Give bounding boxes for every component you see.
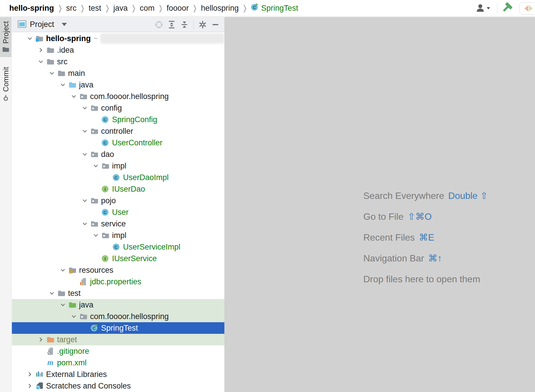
tree-row-test[interactable]: test <box>12 287 224 299</box>
chevron-right-icon[interactable] <box>36 334 45 345</box>
package-folder-icon <box>89 149 99 160</box>
chevron-down-icon[interactable] <box>58 79 67 91</box>
topbar-actions <box>476 0 535 17</box>
tree-item-label: dao <box>101 150 114 159</box>
tree-item-label: SpringConfig <box>112 115 157 124</box>
tree-row-external-libraries[interactable]: External Libraries <box>12 369 224 380</box>
tree-row-springconfig[interactable]: CSpringConfig <box>12 114 224 125</box>
tree-row-controller[interactable]: controller <box>12 125 224 137</box>
chevron-down-icon[interactable] <box>80 125 89 137</box>
interface-icon: I <box>100 253 110 264</box>
interface-icon: I <box>100 183 110 195</box>
collapse-all-icon[interactable] <box>179 20 189 30</box>
breadcrumb-label: SpringTest <box>261 4 298 13</box>
chevron-spacer <box>91 114 100 125</box>
tree-row-userdaoimpl[interactable]: CUserDaoImpl <box>12 172 224 183</box>
tree-row-src[interactable]: src <box>12 56 224 67</box>
hint-search-everywhere: Search Everywhere Double ⇧ <box>363 185 488 206</box>
tree-row-com-foooor-hellospring[interactable]: com.foooor.hellospring <box>12 311 224 322</box>
tree-item-label: UserDaoImpl <box>123 173 169 182</box>
tree-row-jdbc-properties[interactable]: jdbc.properties <box>12 276 224 287</box>
tree-row-springtest[interactable]: CSpringTest <box>12 322 224 334</box>
locate-icon[interactable] <box>154 20 164 30</box>
user-icon <box>476 3 485 13</box>
tree-row-impl[interactable]: impl <box>12 160 224 172</box>
tree-item-label: pojo <box>101 196 116 205</box>
tree-row-pojo[interactable]: pojo <box>12 195 224 206</box>
properties-file-icon <box>78 276 88 287</box>
tree-row-pom-xml[interactable]: mpom.xml <box>12 357 224 369</box>
tree-row-target[interactable]: target <box>12 334 224 345</box>
tree-row-impl[interactable]: impl <box>12 230 224 241</box>
chevron-down-icon[interactable] <box>62 23 67 26</box>
settings-gear-icon[interactable] <box>198 20 208 30</box>
editor-shortcut-hints: Search Everywhere Double ⇧ Go to File ⇧⌘… <box>363 185 488 290</box>
chevron-down-icon[interactable] <box>80 218 89 230</box>
folder-gray-icon <box>56 67 66 79</box>
tree-row-config[interactable]: config <box>12 102 224 114</box>
tree-item-label: IUserService <box>112 254 157 263</box>
ignored-file-icon <box>45 345 55 357</box>
tree-row-main[interactable]: main <box>12 67 224 79</box>
chevron-right-icon[interactable] <box>25 369 34 380</box>
tree-item-label: UserServiceImpl <box>123 243 180 252</box>
tab-project[interactable]: Project <box>0 17 12 57</box>
chevron-down-icon[interactable] <box>69 91 78 102</box>
chevron-down-icon[interactable] <box>91 160 100 172</box>
tree-row-userserviceimpl[interactable]: CUserServiceImpl <box>12 241 224 253</box>
class-icon: C <box>100 137 110 149</box>
tree-row-hello-spring[interactable]: hello-spring~ <box>12 33 224 44</box>
svg-text:m: m <box>47 359 53 367</box>
project-panel-header: Project <box>12 17 224 32</box>
chevron-right-icon[interactable] <box>36 44 45 56</box>
chevron-down-icon[interactable] <box>80 102 89 114</box>
chevron-down-icon[interactable] <box>25 33 34 44</box>
tree-row--idea[interactable]: .idea <box>12 44 224 56</box>
tree-row--gitignore[interactable]: .gitignore <box>12 345 224 357</box>
tree-item-label: IUserDao <box>112 185 145 194</box>
chevron-spacer <box>36 345 45 357</box>
breadcrumb-item-hello-spring[interactable]: hello-spring <box>8 4 56 13</box>
tree-row-service[interactable]: service <box>12 218 224 230</box>
chevron-down-icon[interactable] <box>80 195 89 206</box>
chevron-down-icon[interactable] <box>47 287 56 299</box>
tree-row-com-foooor-hellospring[interactable]: com.foooor.hellospring <box>12 91 224 102</box>
breadcrumb-item-com[interactable]: com <box>138 4 156 13</box>
hide-icon[interactable] <box>210 20 220 30</box>
tree-row-usercontroller[interactable]: CUserController <box>12 137 224 149</box>
chevron-down-icon[interactable] <box>80 149 89 160</box>
window-layout-button[interactable] <box>519 2 535 14</box>
chevron-down-icon[interactable] <box>47 67 56 79</box>
expand-all-icon[interactable] <box>167 20 177 30</box>
tree-row-iuserdao[interactable]: IIUserDao <box>12 183 224 195</box>
tree-row-java[interactable]: java <box>12 79 224 91</box>
chevron-down-icon[interactable] <box>58 264 67 276</box>
user-account-button[interactable] <box>476 3 491 13</box>
class-icon: C <box>111 241 121 253</box>
breadcrumb-item-java[interactable]: java <box>111 4 129 13</box>
breadcrumb-label: foooor <box>167 4 189 12</box>
chevron-right-icon[interactable] <box>25 380 34 392</box>
breadcrumb-item-hellospring[interactable]: hellospring <box>199 4 241 13</box>
tree-row-user[interactable]: CUser <box>12 206 224 218</box>
breadcrumb-item-foooor[interactable]: foooor <box>165 4 191 13</box>
folder-gray-icon <box>56 287 66 299</box>
breadcrumb-item-src[interactable]: src <box>64 4 78 13</box>
project-tree: hello-spring~.ideasrcmainjavacom.foooor.… <box>12 32 224 392</box>
breadcrumb-item-springtest[interactable]: CSpringTest <box>249 3 300 13</box>
tree-row-dao[interactable]: dao <box>12 149 224 160</box>
build-project-button[interactable] <box>502 2 513 14</box>
package-folder-icon <box>78 311 88 322</box>
tab-commit[interactable]: Commit <box>0 63 12 107</box>
tree-row-resources[interactable]: resources <box>12 264 224 276</box>
chevron-down-icon[interactable] <box>69 311 78 322</box>
folder-icon <box>2 47 9 54</box>
tree-row-iuserservice[interactable]: IIUserService <box>12 253 224 264</box>
chevron-down-icon[interactable] <box>58 299 67 311</box>
orange-left-triangle-icon <box>524 5 528 12</box>
breadcrumb-item-test[interactable]: test <box>87 4 103 13</box>
tree-row-java[interactable]: java <box>12 299 224 311</box>
chevron-down-icon[interactable] <box>36 56 45 67</box>
tree-row-scratches-and-consoles[interactable]: Scratches and Consoles <box>12 380 224 392</box>
chevron-down-icon[interactable] <box>91 230 100 241</box>
